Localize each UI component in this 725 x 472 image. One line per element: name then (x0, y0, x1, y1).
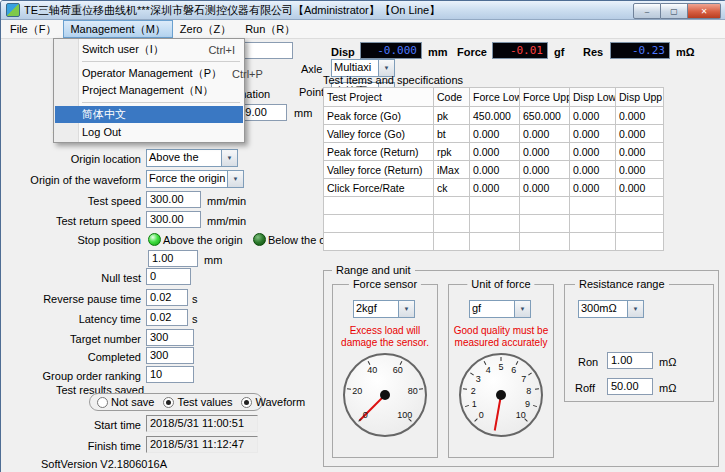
spec-row[interactable]: Click Force/Rateck0.0000.0000.0000.000 (324, 179, 664, 197)
spec-cell[interactable]: 0.000 (570, 179, 616, 197)
spec-header-row: Test ProjectCodeForce LowForce UppDisp L… (324, 88, 664, 107)
gauge-number: 20 (352, 386, 362, 396)
spec-cell[interactable]: 0.000 (616, 161, 664, 179)
spec-cell[interactable]: 0.000 (470, 179, 520, 197)
spec-cell[interactable]: 0.000 (616, 107, 664, 125)
spec-cell[interactable] (520, 197, 570, 215)
radio-not-save[interactable]: Not save (97, 396, 154, 408)
spec-header-cell: Force Upp (520, 88, 570, 107)
origin-location-combo[interactable]: Above the ▼ (146, 149, 238, 167)
spec-cell[interactable] (470, 215, 520, 233)
gauge-number: 3 (476, 374, 481, 384)
spec-cell[interactable] (616, 215, 664, 233)
spec-cell[interactable]: Valley force (Go) (324, 125, 434, 143)
below-origin-led (253, 233, 266, 246)
spec-cell[interactable]: 0.000 (570, 107, 616, 125)
test-speed-input[interactable]: 300.00 (146, 191, 201, 208)
ron-label: Ron (578, 355, 598, 369)
spec-cell[interactable] (324, 233, 434, 251)
minimize-button[interactable]: – (633, 3, 661, 19)
spec-cell[interactable] (324, 215, 434, 233)
spec-cell[interactable] (570, 197, 616, 215)
spec-cell[interactable] (470, 233, 520, 251)
group-order-ranking-input[interactable]: 10 (146, 366, 194, 383)
spec-row[interactable]: Valley force (Go)bt0.0000.0000.0000.000 (324, 125, 664, 143)
spec-cell[interactable]: ck (434, 179, 470, 197)
roff-input[interactable]: 50.00 (607, 378, 653, 395)
spec-cell[interactable] (434, 215, 470, 233)
target-number-input[interactable]: 300 (146, 329, 194, 346)
spec-row[interactable] (324, 233, 664, 251)
menu-run[interactable]: Run（R） (238, 20, 302, 38)
spec-cell[interactable] (324, 197, 434, 215)
spec-cell[interactable]: 0.000 (520, 143, 570, 161)
spec-cell[interactable]: iMax (434, 161, 470, 179)
spec-cell[interactable]: Click Force/Rate (324, 179, 434, 197)
reverse-pause-time-input[interactable]: 0.02 (146, 289, 188, 306)
spec-row[interactable]: Peak force (Return)rpk0.0000.0000.0000.0… (324, 143, 664, 161)
null-test-input[interactable]: 0 (146, 268, 191, 285)
spec-cell[interactable] (570, 215, 616, 233)
spec-cell[interactable]: Peak force (Go) (324, 107, 434, 125)
spec-cell[interactable]: 0.000 (470, 143, 520, 161)
spec-cell[interactable]: Peak force (Return) (324, 143, 434, 161)
spec-cell[interactable] (616, 197, 664, 215)
spec-cell[interactable]: 0.000 (470, 125, 520, 143)
menu-zero[interactable]: Zero（Z） (173, 20, 238, 38)
spec-cell[interactable]: 0.000 (616, 125, 664, 143)
menu-separator (82, 102, 240, 103)
latency-time-unit: s (192, 312, 198, 326)
spec-cell[interactable]: pk (434, 107, 470, 125)
menu-file[interactable]: File（F） (3, 20, 63, 38)
ron-input[interactable]: 1.00 (607, 352, 653, 369)
spec-row[interactable]: Peak force (Go)pk450.000650.0000.0000.00… (324, 107, 664, 125)
spec-cell[interactable] (520, 233, 570, 251)
spec-row[interactable] (324, 197, 664, 215)
spec-cell[interactable] (520, 215, 570, 233)
close-button[interactable]: ✕ (688, 3, 721, 19)
spec-cell[interactable]: 0.000 (616, 143, 664, 161)
spec-cell[interactable]: 0.000 (520, 179, 570, 197)
titlebar[interactable]: TE三轴荷重位移曲线机***深圳市磐石测控仪器有限公司【Administrato… (1, 1, 725, 20)
spec-cell[interactable]: 0.000 (520, 161, 570, 179)
test-return-speed-input[interactable]: 300.00 (146, 211, 201, 228)
spec-cell[interactable]: 650.000 (520, 107, 570, 125)
menu-item-switch-user[interactable]: Switch user（I）Ctrl+I (55, 41, 243, 58)
spec-row[interactable] (324, 215, 664, 233)
radio-test-values[interactable]: Test values (163, 396, 232, 408)
roff-unit: mΩ (659, 381, 676, 395)
spec-cell[interactable]: 0.000 (570, 125, 616, 143)
spec-cell[interactable] (434, 197, 470, 215)
radio-waveform[interactable]: Waveform (241, 396, 305, 408)
test-speed-unit: mm/min (207, 194, 246, 208)
force-sensor-combo[interactable]: 2kgf ▼ (353, 300, 415, 318)
spec-cell[interactable]: 0.000 (570, 143, 616, 161)
spec-cell[interactable]: 0.000 (520, 125, 570, 143)
spec-cell[interactable]: 0.000 (616, 179, 664, 197)
unit-of-force-combo[interactable]: gf ▼ (469, 300, 531, 318)
spec-cell[interactable] (570, 233, 616, 251)
stop-distance-input[interactable]: 1.00 (148, 250, 198, 267)
gauge-tick (474, 419, 478, 423)
gauge-number: 9 (525, 399, 530, 409)
resistance-range-combo[interactable]: 300mΩ ▼ (578, 300, 644, 318)
menu-item-simplified-chinese[interactable]: 简体中文 (55, 106, 243, 123)
menu-item-log-out[interactable]: Log Out (55, 123, 243, 140)
spec-cell[interactable]: 450.000 (470, 107, 520, 125)
spec-cell[interactable]: 0.000 (470, 161, 520, 179)
spec-cell[interactable]: bt (434, 125, 470, 143)
spec-cell[interactable] (470, 197, 520, 215)
spec-cell[interactable]: rpk (434, 143, 470, 161)
menu-item-operator-management[interactable]: Operator Management（P）Ctrl+P (55, 65, 243, 82)
latency-time-input[interactable]: 0.02 (146, 309, 188, 326)
menu-item-project-management[interactable]: Project Management（N） (55, 82, 243, 99)
spec-cell[interactable]: Valley force (Return) (324, 161, 434, 179)
origin-waveform-combo[interactable]: Force the origin ▼ (146, 170, 244, 188)
completed-input[interactable]: 300 (146, 347, 194, 364)
spec-cell[interactable]: 0.000 (570, 161, 616, 179)
spec-cell[interactable] (616, 233, 664, 251)
spec-row[interactable]: Valley force (Return)iMax0.0000.0000.000… (324, 161, 664, 179)
spec-cell[interactable] (434, 233, 470, 251)
menu-management[interactable]: Management（M） (63, 20, 172, 38)
maximize-button[interactable]: ▢ (661, 3, 688, 19)
